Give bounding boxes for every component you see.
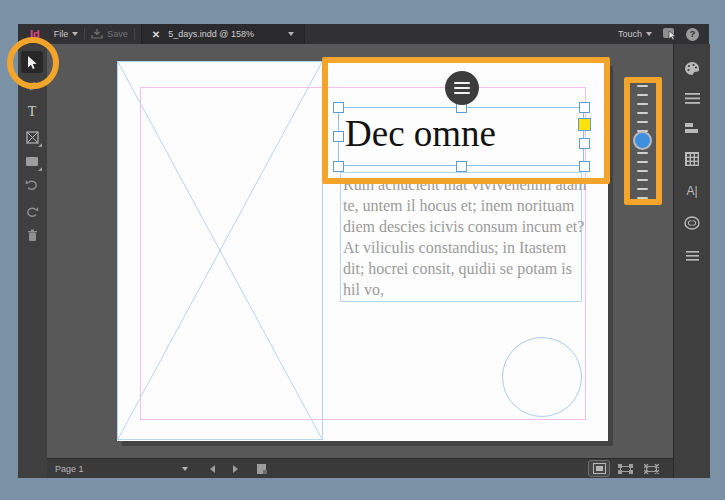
body-text-line: dit; hocrei consit, quidii se potam is: [343, 258, 581, 279]
align-panel-button[interactable]: [674, 119, 710, 137]
status-bar: Page 1: [47, 458, 673, 478]
add-page-button[interactable]: [256, 463, 268, 475]
creative-cloud-icon: [684, 216, 700, 230]
title-bar: Id File Save ✕ 5_days.indd @ 158% Touch: [18, 24, 709, 44]
type-tool-button[interactable]: T: [21, 101, 43, 123]
tools-panel: T: [18, 44, 48, 478]
swatches-grid-icon: [685, 152, 699, 166]
character-format-icon: A|: [686, 184, 697, 198]
touch-cursor-icon: [662, 27, 678, 41]
body-text-frame[interactable]: Rum achucient mat vivivenenim atam te, u…: [340, 172, 582, 302]
callout-zoom-slider: [624, 77, 662, 205]
panel-menu-button[interactable]: [674, 247, 710, 265]
circle-frame[interactable]: [502, 337, 582, 417]
normal-view-icon: [593, 463, 606, 474]
file-menu-button[interactable]: File: [54, 29, 79, 39]
help-button[interactable]: ?: [686, 28, 699, 41]
chevron-down-icon: [646, 32, 652, 36]
swatches-panel-button[interactable]: [674, 150, 710, 168]
page-indicator: Page 1: [55, 464, 84, 474]
callout-heading-frame: [322, 57, 610, 184]
undo-button[interactable]: [21, 174, 43, 196]
creative-cloud-button[interactable]: [674, 214, 710, 232]
character-panel-button[interactable]: A|: [674, 182, 710, 200]
frame-tool-button[interactable]: [21, 126, 43, 148]
previous-page-button[interactable]: [210, 465, 215, 473]
preview-view-button[interactable]: [615, 461, 635, 476]
help-icon: ?: [690, 29, 696, 39]
image-placeholder-frame[interactable]: [117, 61, 323, 440]
body-text-line: te, untem il hocus et; inem norituam: [343, 195, 581, 216]
divider: [84, 28, 85, 40]
submenu-indicator: [38, 143, 42, 147]
preview-view-icon: [618, 464, 633, 474]
properties-panel-button[interactable]: [674, 89, 710, 107]
placeholder-x-icon: [118, 62, 322, 439]
redo-button[interactable]: [21, 201, 43, 223]
menu-lines-icon: [685, 93, 700, 104]
chevron-down-icon[interactable]: [288, 32, 294, 36]
redo-icon: [25, 206, 39, 218]
workspace-switcher[interactable]: Touch: [618, 29, 652, 39]
page-dropdown[interactable]: [182, 467, 188, 471]
presentation-view-icon: [644, 464, 659, 474]
align-bars-icon: [685, 122, 699, 134]
color-panel-button[interactable]: [674, 59, 710, 77]
frame-placeholder-icon: [26, 131, 39, 144]
trash-icon: [27, 229, 38, 242]
normal-view-button[interactable]: [589, 461, 609, 476]
type-tool-icon: T: [28, 104, 37, 120]
body-text-line: At viliculis constandius; in Itastem: [343, 237, 581, 258]
menu-lines-icon: [686, 251, 699, 261]
document-tab[interactable]: ✕ 5_days.indd @ 158%: [141, 24, 305, 44]
callout-selection-tool: [7, 37, 59, 89]
submenu-indicator: [38, 167, 42, 171]
presentation-view-button[interactable]: [641, 461, 661, 476]
save-download-icon: [91, 29, 103, 40]
rectangle-tool-button[interactable]: [21, 150, 43, 172]
body-text-line: diem descies icivis consum incum et?: [343, 216, 581, 237]
close-icon[interactable]: ✕: [152, 29, 160, 40]
color-palette-icon: [684, 61, 700, 76]
delete-button[interactable]: [21, 224, 43, 246]
next-page-button[interactable]: [233, 465, 238, 473]
save-button[interactable]: Save: [91, 29, 128, 40]
rectangle-icon: [25, 156, 39, 167]
undo-icon: [25, 179, 39, 191]
divider: [134, 28, 135, 40]
panel-dock: A|: [673, 44, 710, 478]
body-text-line: hil vo,: [343, 279, 581, 300]
document-title: 5_days.indd @ 158%: [168, 29, 254, 39]
chevron-down-icon: [72, 32, 78, 36]
touch-mode-toggle[interactable]: [662, 27, 678, 41]
